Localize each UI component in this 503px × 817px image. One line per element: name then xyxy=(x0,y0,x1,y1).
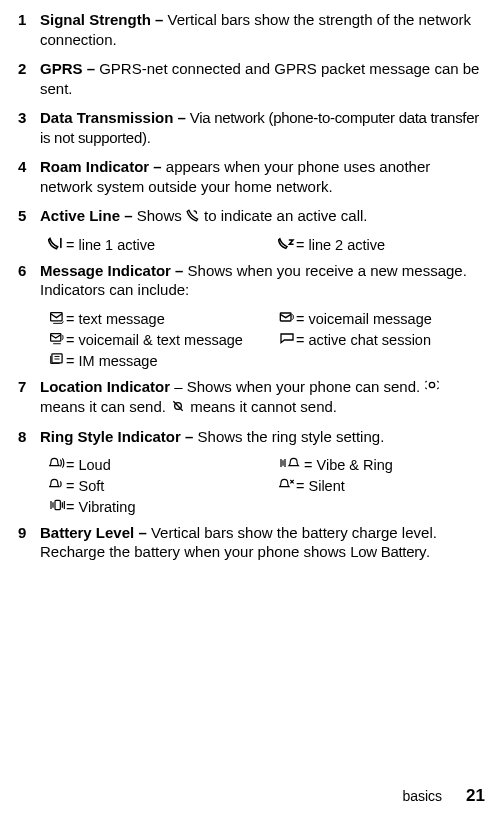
item-9-body: Battery Level – Vertical bars show the b… xyxy=(40,523,485,562)
item-9-number: 9 xyxy=(18,523,40,562)
sub-silent-label: = Silent xyxy=(296,477,485,496)
item-5: 5 Active Line – Shows to indicate an act… xyxy=(18,206,485,226)
vibe-ring-icon xyxy=(278,456,304,474)
soft-icon xyxy=(48,477,66,495)
sub-soft-cell: = Soft xyxy=(48,477,278,496)
sub-line1-cell: = line 1 active xyxy=(48,236,278,255)
item-7-desc-mid: means it can send. xyxy=(40,398,170,415)
sub-soft-label: = Soft xyxy=(66,477,278,496)
text-message-icon xyxy=(48,310,66,328)
voicemail-text-icon xyxy=(48,331,66,349)
chat-session-icon xyxy=(278,331,296,349)
sub-silent-cell: = Silent xyxy=(278,477,485,496)
sub-chat-cell: = active chat session xyxy=(278,331,485,350)
item-5-desc-pre: Shows xyxy=(133,207,186,224)
item-7-number: 7 xyxy=(18,377,40,417)
voicemail-message-icon xyxy=(278,310,296,328)
footer-section: basics xyxy=(402,788,442,804)
item-9-desc-post: . xyxy=(426,543,430,560)
item-1-body: Signal Strength – Vertical bars show the… xyxy=(40,10,485,49)
item-9-title: Battery Level – xyxy=(40,524,147,541)
item-1: 1 Signal Strength – Vertical bars show t… xyxy=(18,10,485,49)
item-8-title: Ring Style Indicator – xyxy=(40,428,193,445)
sub-msg-row1: = text message = voicemail message xyxy=(48,310,485,329)
item-7: 7 Location Indicator – Shows when your p… xyxy=(18,377,485,417)
item-8-body: Ring Style Indicator – Shows the ring st… xyxy=(40,427,485,447)
item-5-body: Active Line – Shows to indicate an activ… xyxy=(40,206,485,226)
item-9: 9 Battery Level – Vertical bars show the… xyxy=(18,523,485,562)
svg-rect-3 xyxy=(52,354,62,363)
item-2: 2 GPRS – GPRS-net connected and GPRS pac… xyxy=(18,59,485,98)
item-7-desc-post: means it cannot send. xyxy=(186,398,337,415)
item-1-number: 1 xyxy=(18,10,40,49)
sub-vibring-cell: = Vibe & Ring xyxy=(278,456,485,475)
item-4-title: Roam Indicator – xyxy=(40,158,162,175)
sub-vmail-label: = voicemail message xyxy=(296,310,485,329)
sub-active-line: = line 1 active = line 2 active xyxy=(48,236,485,255)
silent-icon xyxy=(278,477,296,495)
sub-line1-label: = line 1 active xyxy=(66,236,278,255)
im-message-icon xyxy=(48,352,66,370)
item-5-desc-post: to indicate an active call. xyxy=(200,207,368,224)
svg-rect-6 xyxy=(55,500,60,509)
sub-ring-row3: = Vibrating xyxy=(48,498,485,517)
sub-msg-row3: = IM message xyxy=(48,352,485,371)
sub-line2-label: = line 2 active xyxy=(296,236,485,255)
location-cannot-send-icon xyxy=(170,399,186,417)
item-3: 3 Data Transmission – Via network (phone… xyxy=(18,108,485,147)
item-8-desc: Shows the ring style setting. xyxy=(193,428,384,445)
footer-page-number: 21 xyxy=(466,786,485,805)
sub-active-line-row: = line 1 active = line 2 active xyxy=(48,236,485,255)
item-7-body: Location Indicator – Shows when your pho… xyxy=(40,377,485,417)
sub-vibring-label: = Vibe & Ring xyxy=(304,456,485,475)
page: 1 Signal Strength – Vertical bars show t… xyxy=(0,0,503,817)
item-7-desc-pre: – Shows when your phone can send. xyxy=(170,378,424,395)
sub-ring-row1: = Loud = Vibe & Ring xyxy=(48,456,485,475)
item-3-body: Data Transmission – Via network (phone-t… xyxy=(40,108,485,147)
item-4: 4 Roam Indicator – appears when your pho… xyxy=(18,157,485,196)
item-2-desc: GPRS-net connected and GPRS packet messa… xyxy=(40,60,479,97)
svg-point-4 xyxy=(430,383,435,388)
item-2-body: GPRS – GPRS-net connected and GPRS packe… xyxy=(40,59,485,98)
sub-im-label: = IM message xyxy=(66,352,278,371)
item-6-body: Message Indicator – Shows when you recei… xyxy=(40,261,485,300)
item-3-title: Data Transmission – xyxy=(40,109,186,126)
sub-line2-cell: = line 2 active xyxy=(278,236,485,255)
item-2-number: 2 xyxy=(18,59,40,98)
sub-vtext-label: = voicemail & text message xyxy=(66,331,278,350)
sub-ring-style: = Loud = Vibe & Ring xyxy=(48,456,485,517)
item-3-number: 3 xyxy=(18,108,40,147)
sub-text-cell: = text message xyxy=(48,310,278,329)
sub-ring-row2: = Soft = Silent xyxy=(48,477,485,496)
item-4-number: 4 xyxy=(18,157,40,196)
line1-icon xyxy=(48,236,66,254)
sub-text-label: = text message xyxy=(66,310,278,329)
sub-msg-row2: = voicemail & text message = active chat… xyxy=(48,331,485,350)
item-5-number: 5 xyxy=(18,206,40,226)
sub-vtext-cell: = voicemail & text message xyxy=(48,331,278,350)
sub-message-indicators: = text message = voicemail message xyxy=(48,310,485,371)
item-7-title: Location Indicator xyxy=(40,378,170,395)
sub-loud-cell: = Loud xyxy=(48,456,278,475)
item-6: 6 Message Indicator – Shows when you rec… xyxy=(18,261,485,300)
item-5-title: Active Line – xyxy=(40,207,133,224)
active-call-icon xyxy=(186,208,200,226)
svg-rect-0 xyxy=(51,313,62,321)
item-1-title: Signal Strength – xyxy=(40,11,163,28)
sub-im-cell: = IM message xyxy=(48,352,278,371)
item-8-number: 8 xyxy=(18,427,40,447)
sub-loud-label: = Loud xyxy=(66,456,278,475)
sub-vibrating-label: = Vibrating xyxy=(66,498,278,517)
item-2-title: GPRS – xyxy=(40,60,95,77)
sub-vmail-cell: = voicemail message xyxy=(278,310,485,329)
item-6-title: Message Indicator – xyxy=(40,262,183,279)
loud-icon xyxy=(48,456,66,474)
sub-chat-label: = active chat session xyxy=(296,331,485,350)
item-9-lowbatt: Low Battery xyxy=(350,543,426,560)
item-6-number: 6 xyxy=(18,261,40,300)
line2-icon xyxy=(278,236,296,254)
page-footer: basics21 xyxy=(402,785,485,807)
sub-vibrating-cell: = Vibrating xyxy=(48,498,278,517)
item-4-body: Roam Indicator – appears when your phone… xyxy=(40,157,485,196)
location-can-send-icon xyxy=(424,378,440,396)
